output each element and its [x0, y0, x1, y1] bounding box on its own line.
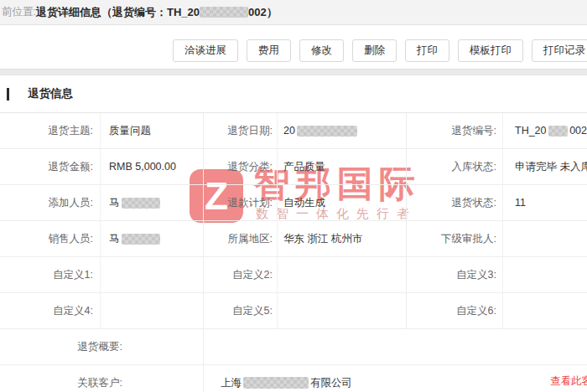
field-value-custom6: [503, 293, 587, 329]
redacted-text: [122, 198, 160, 209]
template-print-button[interactable]: 模板打印: [458, 39, 523, 62]
section-header: 退货信息: [0, 75, 587, 112]
field-label-category: 退货分类:: [204, 149, 278, 185]
field-value-code: TH_20002: [503, 113, 587, 149]
page-title-post: 002）: [248, 6, 278, 18]
field-value-date: 20: [278, 113, 407, 149]
field-label-customer: 关联客户:: [0, 365, 204, 392]
field-value-custom3: [503, 257, 587, 293]
field-label-region: 所属地区:: [204, 221, 278, 257]
field-value-customer: 上海有限公司: [204, 365, 587, 392]
field-label-custom2: 自定义2:: [204, 257, 278, 293]
field-label-salesperson: 销售人员:: [0, 221, 101, 257]
field-value-amount: RMB 5,000.00: [101, 149, 204, 185]
page-title: 退货详细信息（退货编号：TH_20002）: [36, 5, 278, 20]
field-value-custom2: [278, 257, 407, 293]
field-value-salesperson: 马: [101, 221, 204, 257]
field-label-creator: 添加人员:: [0, 185, 101, 221]
field-value-category: 产品质量: [278, 149, 407, 185]
print-button[interactable]: 打印: [405, 39, 449, 62]
redacted-text: [243, 377, 309, 389]
redacted-text: [548, 126, 569, 137]
toolbar: 洽谈进展 费用 修改 删除 打印 模板打印 打印记录: [0, 25, 587, 69]
field-label-custom5: 自定义5:: [204, 293, 278, 329]
field-label-summary: 退货概要:: [0, 329, 204, 365]
field-label-subject: 退货主题:: [0, 113, 101, 149]
field-label-amount: 退货金额:: [0, 149, 101, 185]
field-value-refund-plan: 自动生成: [278, 185, 407, 221]
redacted-text: [200, 7, 248, 18]
view-customer-link[interactable]: 查看此客户: [550, 374, 587, 389]
field-value-region: 华东 浙江 杭州市: [278, 221, 407, 257]
print-log-button[interactable]: 打印记录: [532, 39, 587, 62]
divider-band: [0, 69, 587, 75]
field-label-custom6: 自定义6:: [407, 293, 503, 329]
field-label-custom1: 自定义1:: [0, 257, 101, 293]
field-label-return-status: 退货状态:: [407, 185, 503, 221]
field-value-summary: [204, 329, 587, 365]
field-label-refund-plan: 退款计划:: [204, 185, 278, 221]
breadcrumb: 前位置:退货详细信息（退货编号：TH_20002）: [0, 0, 587, 25]
return-info-table: 退货主题: 质量问题 退货日期: 20 退货编号: TH_20002 退货金额:…: [0, 112, 587, 392]
redacted-text: [122, 234, 160, 245]
field-value-custom1: [101, 257, 204, 293]
delete-button[interactable]: 删除: [352, 39, 397, 62]
toolbar-button-row: 洽谈进展 费用 修改 删除 打印 模板打印 打印记录: [173, 39, 587, 62]
field-value-return-status: 11: [503, 185, 587, 221]
field-value-subject: 质量问题: [101, 113, 204, 149]
field-label-stock-status: 入库状态:: [407, 149, 503, 185]
section-title: 退货信息: [28, 86, 73, 101]
field-value-custom4: [101, 293, 204, 329]
negotiation-progress-button[interactable]: 洽谈进展: [173, 39, 238, 62]
section-marker-bar: [7, 88, 9, 101]
field-label-custom4: 自定义4:: [0, 293, 101, 329]
expense-button[interactable]: 费用: [247, 39, 291, 62]
return-detail-page: 前位置:退货详细信息（退货编号：TH_20002） 洽谈进展 费用 修改 删除 …: [0, 0, 587, 392]
field-label-next-approver: 下级审批人:: [407, 221, 503, 257]
breadcrumb-location-label: 前位置:: [2, 5, 36, 19]
field-label-custom3: 自定义3:: [407, 257, 503, 293]
edit-button[interactable]: 修改: [299, 39, 344, 62]
field-value-stock-status: 申请完毕 未入库: [503, 149, 587, 185]
field-value-next-approver: [503, 221, 587, 257]
field-value-custom5: [278, 293, 407, 329]
redacted-text: [297, 126, 357, 137]
field-label-code: 退货编号:: [407, 113, 503, 149]
page-title-pre: 退货详细信息（退货编号：TH_20: [36, 6, 200, 18]
field-label-date: 退货日期:: [204, 113, 278, 149]
field-value-creator: 马: [101, 185, 204, 221]
